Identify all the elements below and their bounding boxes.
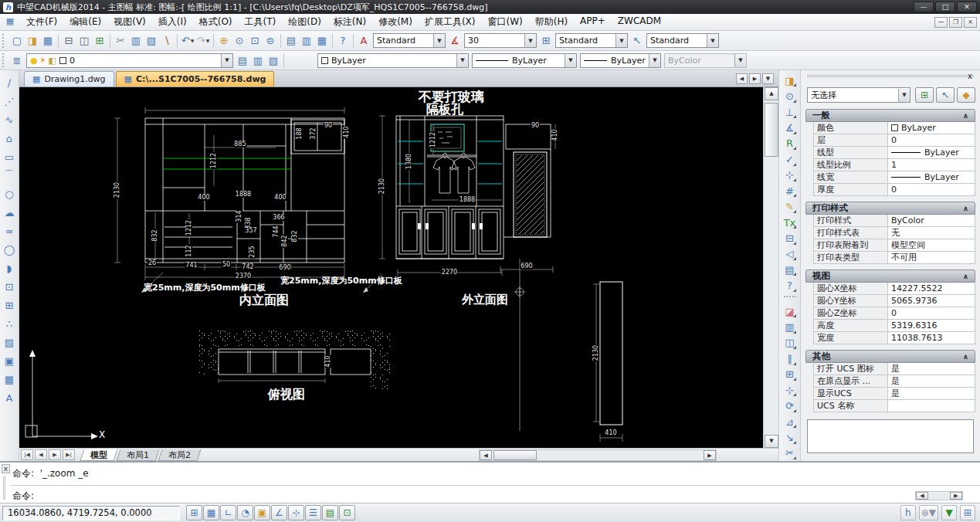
zwcad-logo-icon[interactable]: h <box>900 505 916 520</box>
property-value[interactable]: 是 <box>888 388 975 399</box>
plot-icon[interactable]: ⊟ <box>61 33 76 49</box>
arc-icon[interactable]: ⌒ <box>2 166 18 185</box>
audio-note-icon[interactable]: ◁ <box>782 246 798 262</box>
document-tab[interactable]: ▦Drawing1.dwg <box>24 71 114 86</box>
vertical-scrollbar[interactable]: ▲ ▼ <box>763 87 778 448</box>
rectangle-icon[interactable]: ▭ <box>2 147 18 166</box>
property-value[interactable]: ByLayer <box>888 122 975 134</box>
window-minimize-button[interactable]: — <box>914 2 934 12</box>
layer-states-manager-icon[interactable]: ▥ <box>250 53 266 68</box>
stretch-icon[interactable]: ↘ <box>782 429 798 445</box>
snap-toggle-button[interactable]: ⊞ <box>186 505 202 520</box>
spell-check-icon[interactable]: ✓ <box>782 151 798 167</box>
copy-properties-icon[interactable]: ◨ <box>782 73 798 88</box>
menu-item[interactable]: APP+ <box>574 14 612 30</box>
property-value[interactable]: ByColor <box>888 215 975 226</box>
lineweight-toggle-button[interactable]: ☰ <box>305 505 321 520</box>
property-value[interactable] <box>888 400 975 412</box>
zoom-window-icon[interactable]: ⊡ <box>247 33 263 49</box>
command-close-icon[interactable]: x <box>2 464 10 473</box>
property-value[interactable]: 5319.6316 <box>888 320 975 331</box>
line-icon[interactable]: ∕ <box>2 73 18 92</box>
cut-icon[interactable]: ✂ <box>113 33 128 49</box>
edit-text-icon[interactable]: ✎ <box>782 198 798 214</box>
lineweight-combo[interactable]: ByLayer ▼ <box>580 53 661 68</box>
select-objects-button[interactable]: ↖ <box>936 87 955 103</box>
property-value[interactable]: 11038.7613 <box>888 332 975 344</box>
point-icon[interactable]: ∴ <box>2 314 18 333</box>
command-scrollbar[interactable]: ◀ ▶ <box>915 491 963 500</box>
property-value[interactable]: 0 <box>888 184 975 195</box>
dim-scale-combo[interactable]: 30▼ <box>464 33 537 48</box>
mdi-minimize-button[interactable]: — <box>934 17 948 28</box>
vertical-scroll-thumb[interactable] <box>765 103 778 157</box>
window-maximize-button[interactable]: □ <box>935 2 955 12</box>
dim-style-icon[interactable]: ∡ <box>447 33 463 49</box>
mdi-restore-button[interactable]: ❐ <box>949 17 962 28</box>
rotate-icon[interactable]: ⟳ <box>782 398 798 413</box>
menu-item[interactable]: 扩展工具(X) <box>419 14 482 30</box>
selection-filter-combo[interactable]: 无选择 ▼ <box>807 87 910 103</box>
match-properties-icon[interactable]: ∖ <box>159 33 175 49</box>
quick-select-button[interactable]: ⊞ <box>915 87 934 103</box>
table-style-combo[interactable]: Standard▼ <box>555 33 628 48</box>
quickcalc-icon[interactable]: ▦ <box>314 33 330 49</box>
property-value[interactable]: ByLayer <box>888 171 975 183</box>
insert-block-icon[interactable]: ⊡ <box>2 277 18 296</box>
settings-gear-icon[interactable]: ⊛▼ <box>919 505 938 520</box>
toolbar-grip[interactable] <box>2 34 6 48</box>
ellipse-icon[interactable]: ◯ <box>2 240 18 259</box>
color-combo[interactable]: ByLayer ▼ <box>317 53 469 68</box>
menu-item[interactable]: 编辑(E) <box>63 14 107 30</box>
paste-clip-icon[interactable]: ▧ <box>144 33 159 49</box>
property-value[interactable]: 14227.5522 <box>888 283 975 294</box>
menu-item[interactable]: 工具(T) <box>239 14 283 30</box>
tab-scroll-button[interactable]: ▼ <box>762 73 774 84</box>
erase-icon[interactable]: ◪ <box>782 303 798 319</box>
point-coordinate-icon[interactable]: ⊹ <box>782 168 798 183</box>
ray-icon[interactable]: ⋰ <box>2 92 18 110</box>
table-edit-icon[interactable]: ⊟ <box>782 230 798 246</box>
annotation-scale-icon[interactable]: ▼ <box>941 505 957 520</box>
scroll-down-button[interactable]: ▼ <box>765 435 778 448</box>
angle-measure-icon[interactable]: ∡ <box>782 120 798 135</box>
window-close-button[interactable]: ✕ <box>957 2 977 12</box>
pan-icon[interactable]: ⊕ <box>216 33 232 49</box>
property-value[interactable]: 0 <box>888 307 975 319</box>
mleader-style-icon[interactable]: ↖ <box>629 33 645 49</box>
property-value[interactable]: 无 <box>888 227 975 239</box>
sheet-set-icon[interactable]: ▤ <box>782 262 798 277</box>
menu-item[interactable]: 绘图(D) <box>282 14 327 30</box>
command-prompt-line[interactable]: 命令: <box>12 490 34 503</box>
menu-item[interactable]: 插入(I) <box>152 14 193 30</box>
scroll-right-button[interactable]: ▶ <box>704 450 716 460</box>
copy-icon[interactable]: ▥ <box>782 319 798 334</box>
toolbar-grip[interactable] <box>2 53 6 67</box>
text-style-icon[interactable]: A <box>356 33 371 49</box>
linetype-combo[interactable]: ByLayer ▼ <box>472 53 577 68</box>
mdi-close-button[interactable]: × <box>964 17 977 28</box>
ortho-toggle-button[interactable]: ∟ <box>220 505 236 520</box>
polyline-icon[interactable]: ∿ <box>2 110 18 129</box>
trim-icon[interactable]: ✂ <box>782 446 798 461</box>
circle-icon[interactable]: ○ <box>2 185 18 203</box>
menu-item[interactable]: 修改(M) <box>372 14 419 30</box>
revision-cloud-icon[interactable]: ☁ <box>2 203 18 222</box>
toggle-pickadd-button[interactable]: ◆ <box>957 87 975 103</box>
layout-tab[interactable]: 布局1 <box>117 449 160 461</box>
tab-scroll-button[interactable]: ◀ <box>736 73 748 84</box>
scale-icon[interactable]: ⊿ <box>782 414 798 429</box>
property-value[interactable]: 不可用 <box>888 252 975 263</box>
property-value[interactable]: 1 <box>888 159 975 171</box>
document-tab[interactable]: ▦C:\...S1C7005--766758.dwg <box>116 71 275 86</box>
radius-dimension-icon[interactable]: R <box>782 136 798 151</box>
property-value[interactable]: 是 <box>888 375 975 387</box>
offset-icon[interactable]: ∥ <box>782 351 798 366</box>
property-section-header[interactable]: 视图∧ <box>805 269 975 283</box>
mtext-icon[interactable]: A <box>2 388 18 407</box>
polygon-icon[interactable]: ⌂ <box>2 129 18 147</box>
layer-previous-icon[interactable]: ▤ <box>235 53 250 68</box>
panel-grip[interactable]: x <box>807 75 974 84</box>
mleader-style-combo[interactable]: Standard▼ <box>646 33 719 48</box>
scroll-right-button[interactable]: ▶ <box>950 492 962 500</box>
